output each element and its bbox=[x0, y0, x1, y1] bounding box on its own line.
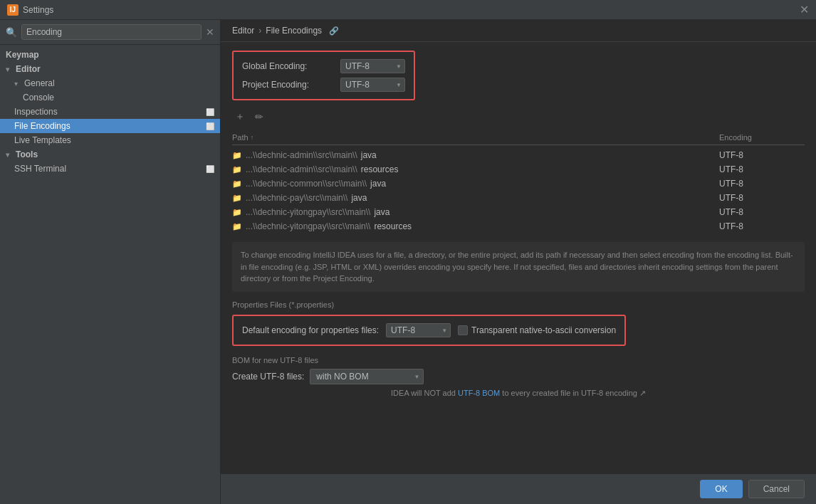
encoding-cell: UTF-8 bbox=[719, 164, 805, 174]
encoding-column-header: Encoding bbox=[719, 133, 805, 142]
sidebar: 🔍 ✕ Keymap ▾ Editor ▾ General Console bbox=[0, 20, 221, 504]
search-icon: 🔍 bbox=[6, 27, 17, 38]
table-row[interactable]: 📁 ...\\dechnic-admin\\src\\main\\java UT… bbox=[232, 148, 805, 162]
encoding-cell: UTF-8 bbox=[719, 179, 805, 189]
global-encoding-row: Global Encoding: UTF-8 UTF-16 ISO-8859-1 bbox=[242, 59, 405, 73]
sidebar-item-file-encodings[interactable]: File Encodings ⬜ bbox=[0, 119, 220, 133]
sidebar-item-inspections[interactable]: Inspections ⬜ bbox=[0, 105, 220, 119]
breadcrumb-editor: Editor bbox=[232, 26, 254, 36]
add-button[interactable]: ＋ bbox=[232, 109, 248, 125]
properties-encoding-select-wrapper: UTF-8 ISO-8859-1 bbox=[386, 323, 451, 337]
path-cell: 📁 ...\\dechnic-admin\\src\\main\\resourc… bbox=[232, 164, 719, 174]
ok-button[interactable]: OK bbox=[700, 480, 742, 498]
search-bar: 🔍 ✕ bbox=[0, 20, 220, 45]
table-body: 📁 ...\\dechnic-admin\\src\\main\\java UT… bbox=[232, 148, 805, 233]
info-text: To change encoding IntelliJ IDEA uses fo… bbox=[241, 251, 793, 283]
create-utf8-label: Create UTF-8 files: bbox=[232, 372, 304, 382]
path-cell: 📁 ...\\dechnic-yitongpay\\src\\main\\jav… bbox=[232, 207, 719, 217]
global-encoding-select-wrapper: UTF-8 UTF-16 ISO-8859-1 bbox=[340, 59, 405, 73]
table-row[interactable]: 📁 ...\\dechnic-pay\\src\\main\\java UTF-… bbox=[232, 191, 805, 205]
breadcrumb-file-encodings: File Encodings bbox=[266, 26, 322, 36]
sidebar-item-keymap[interactable]: Keymap bbox=[0, 48, 220, 62]
sidebar-item-label: File Encodings bbox=[14, 121, 70, 131]
default-encoding-label: Default encoding for properties files: bbox=[242, 325, 379, 335]
sidebar-item-live-templates[interactable]: Live Templates bbox=[0, 133, 220, 147]
sidebar-item-label: Keymap bbox=[6, 50, 39, 60]
title-bar: IJ Settings ✕ bbox=[0, 0, 816, 20]
encoding-settings-box: Global Encoding: UTF-8 UTF-16 ISO-8859-1… bbox=[232, 51, 415, 100]
sidebar-item-ssh-terminal[interactable]: SSH Terminal ⬜ bbox=[0, 162, 220, 176]
table-row[interactable]: 📁 ...\\dechnic-yitongpay\\src\\main\\jav… bbox=[232, 205, 805, 219]
breadcrumb-separator: › bbox=[258, 26, 261, 36]
table-row[interactable]: 📁 ...\\dechnic-admin\\src\\main\\resourc… bbox=[232, 162, 805, 177]
settings-badge: ⬜ bbox=[206, 122, 214, 130]
panel-header: Editor › File Encodings 🔗 bbox=[221, 20, 816, 42]
expand-arrow-icon: ▾ bbox=[6, 65, 13, 73]
global-encoding-label: Global Encoding: bbox=[242, 61, 335, 71]
expand-arrow-icon: ▾ bbox=[14, 80, 21, 88]
idea-note: IDEA will NOT add UTF-8 BOM to every cre… bbox=[232, 389, 805, 398]
search-input[interactable] bbox=[21, 24, 202, 40]
table-row[interactable]: 📁 ...\\dechnic-yitongpay\\src\\main\\res… bbox=[232, 219, 805, 233]
global-encoding-select[interactable]: UTF-8 UTF-16 ISO-8859-1 bbox=[340, 59, 405, 73]
bom-row: Create UTF-8 files: with NO BOM with BOM bbox=[232, 369, 805, 384]
info-box: To change encoding IntelliJ IDEA uses fo… bbox=[232, 242, 805, 292]
cancel-button[interactable]: Cancel bbox=[748, 480, 805, 498]
bom-section: BOM for new UTF-8 files Create UTF-8 fil… bbox=[232, 356, 805, 398]
bom-select[interactable]: with NO BOM with BOM bbox=[310, 369, 424, 384]
sidebar-item-label: SSH Terminal bbox=[14, 164, 66, 174]
table-header: Path Encoding bbox=[232, 130, 805, 145]
bom-section-title: BOM for new UTF-8 files bbox=[232, 356, 805, 364]
path-column-header[interactable]: Path bbox=[232, 133, 719, 142]
sidebar-item-label: Live Templates bbox=[14, 135, 71, 145]
encoding-cell: UTF-8 bbox=[719, 150, 805, 160]
sidebar-item-label: Console bbox=[23, 93, 54, 103]
sidebar-tree: Keymap ▾ Editor ▾ General Console Inspec… bbox=[0, 45, 220, 504]
settings-badge: ⬜ bbox=[206, 165, 214, 173]
utf8-bom-link[interactable]: UTF-8 BOM bbox=[458, 389, 500, 397]
transparent-checkbox-group: Transparent native-to-ascii conversion bbox=[458, 325, 616, 335]
sidebar-item-label: Editor bbox=[16, 64, 41, 74]
sidebar-item-label: Tools bbox=[16, 149, 38, 159]
sidebar-item-tools[interactable]: ▾ Tools bbox=[0, 147, 220, 162]
window-title: Settings bbox=[23, 5, 53, 15]
title-bar-left: IJ Settings bbox=[7, 4, 53, 16]
folder-icon: 📁 bbox=[232, 222, 242, 231]
properties-encoding-select[interactable]: UTF-8 ISO-8859-1 bbox=[386, 323, 451, 337]
project-encoding-row: Project Encoding: UTF-8 UTF-16 ISO-8859-… bbox=[242, 78, 405, 92]
project-encoding-select[interactable]: UTF-8 UTF-16 ISO-8859-1 bbox=[340, 78, 405, 92]
table-row[interactable]: 📁 ...\\dechnic-common\\src\\main\\java U… bbox=[232, 177, 805, 191]
project-encoding-select-wrapper: UTF-8 UTF-16 ISO-8859-1 bbox=[340, 78, 405, 92]
table-toolbar: ＋ ✏ bbox=[232, 109, 805, 125]
right-panel: Editor › File Encodings 🔗 Global Encodin… bbox=[221, 20, 816, 504]
sidebar-item-editor[interactable]: ▾ Editor bbox=[0, 62, 220, 76]
encoding-cell: UTF-8 bbox=[719, 221, 805, 231]
folder-icon: 📁 bbox=[232, 179, 242, 189]
panel-content: Global Encoding: UTF-8 UTF-16 ISO-8859-1… bbox=[221, 42, 816, 473]
path-cell: 📁 ...\\dechnic-pay\\src\\main\\java bbox=[232, 193, 719, 203]
sidebar-item-console[interactable]: Console bbox=[0, 90, 220, 105]
sidebar-item-label: Inspections bbox=[14, 107, 58, 117]
encoding-cell: UTF-8 bbox=[719, 207, 805, 217]
edit-button[interactable]: ✏ bbox=[252, 110, 266, 124]
app-icon: IJ bbox=[7, 4, 19, 16]
path-cell: 📁 ...\\dechnic-yitongpay\\src\\main\\res… bbox=[232, 221, 719, 231]
expand-arrow-icon: ▾ bbox=[6, 151, 13, 159]
bottom-bar: OK Cancel bbox=[221, 473, 816, 504]
bom-select-wrapper: with NO BOM with BOM bbox=[310, 369, 424, 384]
folder-icon: 📁 bbox=[232, 151, 242, 160]
encoding-cell: UTF-8 bbox=[719, 193, 805, 203]
folder-icon: 📁 bbox=[232, 165, 242, 174]
folder-icon: 📁 bbox=[232, 194, 242, 203]
path-cell: 📁 ...\\dechnic-admin\\src\\main\\java bbox=[232, 150, 719, 160]
folder-icon: 📁 bbox=[232, 208, 242, 217]
link-icon: 🔗 bbox=[329, 26, 339, 36]
transparent-label: Transparent native-to-ascii conversion bbox=[471, 325, 616, 335]
close-button[interactable]: ✕ bbox=[800, 4, 809, 16]
project-encoding-label: Project Encoding: bbox=[242, 80, 335, 90]
properties-section-title: Properties Files (*.properties) bbox=[232, 300, 805, 309]
settings-badge: ⬜ bbox=[206, 108, 214, 116]
sidebar-item-general[interactable]: ▾ General bbox=[0, 76, 220, 90]
transparent-checkbox[interactable] bbox=[458, 325, 468, 335]
search-clear-button[interactable]: ✕ bbox=[206, 26, 214, 38]
